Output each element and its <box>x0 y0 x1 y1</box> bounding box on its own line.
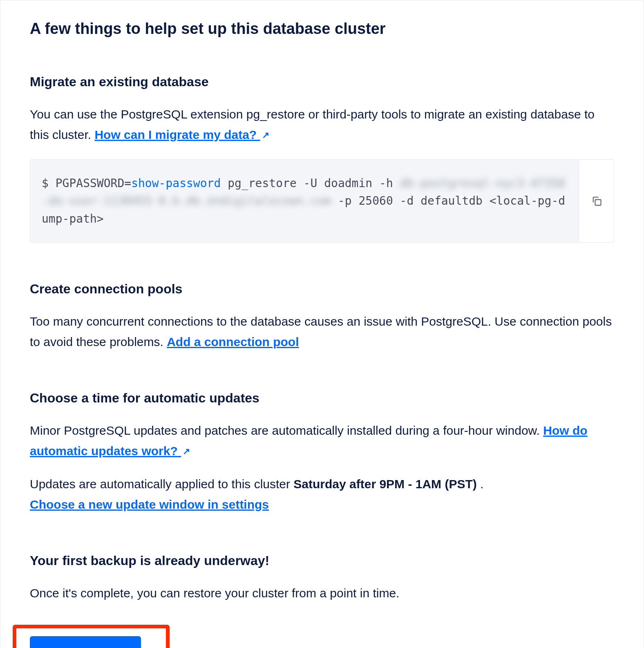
backup-heading: Your first backup is already underway! <box>30 553 614 568</box>
setup-card: A few things to help set up this databas… <box>0 0 644 648</box>
section-migrate: Migrate an existing database You can use… <box>30 74 614 243</box>
migrate-body: You can use the PostgreSQL extension pg_… <box>30 104 614 145</box>
section-updates: Choose a time for automatic updates Mino… <box>30 391 614 514</box>
updates-applied-pre: Updates are automatically applied to thi… <box>30 477 293 491</box>
external-link-icon: ↗ <box>183 444 190 459</box>
page-title: A few things to help set up this databas… <box>30 20 614 38</box>
updates-heading: Choose a time for automatic updates <box>30 391 614 406</box>
pools-link[interactable]: Add a connection pool <box>167 335 299 349</box>
show-password-link[interactable]: show-password <box>131 177 221 190</box>
updates-settings-link[interactable]: Choose a new update window in settings <box>30 498 269 511</box>
code-row: $ PGPASSWORD=show-password pg_restore -U… <box>30 159 614 243</box>
migrate-heading: Migrate an existing database <box>30 74 614 89</box>
updates-window: Saturday after 9PM - 1AM (PST) <box>293 477 476 491</box>
done-button[interactable]: Great, I'm done <box>30 636 141 648</box>
updates-applied-post: . <box>480 477 483 491</box>
backup-body: Once it's complete, you can restore your… <box>30 583 614 603</box>
section-pools: Create connection pools Too many concurr… <box>30 282 614 352</box>
pools-heading: Create connection pools <box>30 282 614 297</box>
updates-body: Minor PostgreSQL updates and patches are… <box>30 420 614 461</box>
updates-applied: Updates are automatically applied to thi… <box>30 474 614 514</box>
code-prefix: PGPASSWORD= <box>56 177 131 190</box>
updates-body-text: Minor PostgreSQL updates and patches are… <box>30 424 543 437</box>
pools-body: Too many concurrent connections to the d… <box>30 311 614 352</box>
pools-body-text: Too many concurrent connections to the d… <box>30 315 612 349</box>
migrate-link[interactable]: How can I migrate my data? <box>94 128 260 141</box>
code-part1: pg_restore -U doadmin -h <box>221 177 400 190</box>
copy-icon <box>591 195 602 207</box>
svg-rect-0 <box>595 200 601 206</box>
section-backup: Your first backup is already underway! O… <box>30 553 614 603</box>
code-block: $ PGPASSWORD=show-password pg_restore -U… <box>30 159 579 243</box>
code-prompt: $ <box>42 177 56 190</box>
external-link-icon: ↗ <box>262 128 269 143</box>
done-button-wrap: Great, I'm done <box>30 636 141 648</box>
copy-button[interactable] <box>579 159 614 243</box>
